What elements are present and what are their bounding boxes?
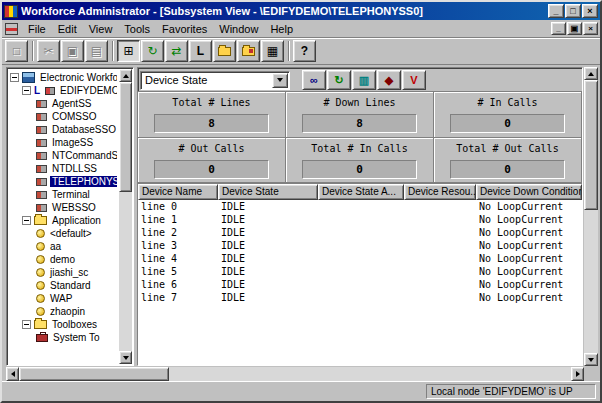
- alarm-button[interactable]: ◆: [377, 70, 401, 90]
- table-row[interactable]: line 1IDLENo LoopCurrent: [138, 213, 582, 226]
- validate-button[interactable]: V: [402, 70, 426, 90]
- tree-item-zhaopin[interactable]: zhaopin: [10, 305, 117, 318]
- column-header-device-down-condition[interactable]: Device Down Condition: [476, 184, 582, 200]
- help-button[interactable]: ?: [293, 40, 316, 62]
- tree-item-comsso[interactable]: COMSSO: [10, 110, 117, 123]
- document-icon[interactable]: [5, 23, 18, 35]
- folder-icon: [34, 216, 47, 225]
- collapse-icon[interactable]: [22, 216, 31, 225]
- menu-edit[interactable]: Edit: [52, 21, 83, 37]
- refresh-view-button[interactable]: ↻: [327, 70, 351, 90]
- new-button[interactable]: □: [5, 40, 28, 62]
- menu-tools[interactable]: Tools: [118, 21, 156, 37]
- tree-item-system-toolbox[interactable]: System To: [10, 331, 117, 344]
- folder-button[interactable]: [237, 40, 260, 62]
- tree-item-imagess[interactable]: ImageSS: [10, 136, 117, 149]
- tree-item-jiashi-sc[interactable]: jiashi_sc: [10, 266, 117, 279]
- help-icon: ?: [301, 44, 308, 58]
- minimize-button[interactable]: _: [548, 4, 564, 18]
- main-horizontal-scrollbar[interactable]: [6, 367, 584, 381]
- cut-button[interactable]: ✂: [37, 40, 60, 62]
- table-row[interactable]: line 6IDLENo LoopCurrent: [138, 278, 582, 291]
- scroll-up-button[interactable]: [584, 67, 598, 80]
- app-icon: [4, 5, 18, 18]
- menu-help[interactable]: Help: [264, 21, 299, 37]
- tree-item-application[interactable]: Application: [10, 214, 117, 227]
- find-button[interactable]: ∞: [302, 70, 326, 90]
- child-minimize-button[interactable]: _: [551, 22, 566, 35]
- table-row[interactable]: line 7IDLENo LoopCurrent: [138, 291, 582, 304]
- tree-item-toolboxes[interactable]: Toolboxes: [10, 318, 117, 331]
- menu-view[interactable]: View: [83, 21, 119, 37]
- menu-favorites[interactable]: Favorites: [156, 21, 213, 37]
- tree-item-ntcommandss[interactable]: NTCommandSS: [10, 149, 117, 162]
- scroll-track[interactable]: [119, 82, 132, 351]
- scroll-thumb[interactable]: [119, 82, 132, 192]
- tree-item-terminal[interactable]: Terminal: [10, 188, 117, 201]
- title-bar[interactable]: Workforce Administrator - [Subsystem Vie…: [2, 2, 600, 20]
- close-button[interactable]: ×: [582, 4, 598, 18]
- l-badge-icon: L: [34, 85, 43, 96]
- subsystem-icon: [36, 191, 47, 199]
- tree-item-standard[interactable]: Standard: [10, 279, 117, 292]
- collapse-icon[interactable]: [22, 86, 31, 95]
- tree-item-ntdllss[interactable]: NTDLLSS: [10, 162, 117, 175]
- child-restore-button[interactable]: ▣: [567, 22, 582, 35]
- refresh-button[interactable]: ↻: [141, 40, 164, 62]
- app-window: Workforce Administrator - [Subsystem Vie…: [0, 0, 602, 403]
- column-header-device-state-a[interactable]: Device State A...: [318, 184, 404, 200]
- scroll-down-button[interactable]: [119, 351, 132, 364]
- tree-item-aa[interactable]: aa: [10, 240, 117, 253]
- copy-button[interactable]: ▣: [61, 40, 84, 62]
- tree-item-websso[interactable]: WEBSSO: [10, 201, 117, 214]
- table-row[interactable]: line 2IDLENo LoopCurrent: [138, 226, 582, 239]
- scroll-thumb[interactable]: [19, 367, 169, 381]
- open-folder-button[interactable]: [213, 40, 236, 62]
- menu-window[interactable]: Window: [213, 21, 264, 37]
- collapse-icon[interactable]: [10, 73, 19, 82]
- main-vertical-scrollbar[interactable]: [584, 67, 598, 366]
- scroll-thumb[interactable]: [584, 80, 598, 210]
- paste-button[interactable]: ▤: [85, 40, 108, 62]
- toolbar-separator: [112, 41, 114, 61]
- sync-icon: ⇄: [171, 44, 181, 58]
- folder-icon: [34, 320, 47, 329]
- tree-item-databasesso[interactable]: DatabaseSSO: [10, 123, 117, 136]
- sync-button[interactable]: ⇄: [165, 40, 188, 62]
- tree-item-telephonyss0[interactable]: TELEPHONYSS0: [10, 175, 117, 188]
- column-header-device-resource[interactable]: Device Resou...: [404, 184, 476, 200]
- scroll-up-button[interactable]: [119, 69, 132, 82]
- tree-item-demo[interactable]: demo: [10, 253, 117, 266]
- collapse-icon[interactable]: [22, 320, 31, 329]
- scroll-left-button[interactable]: [6, 367, 19, 381]
- table-row[interactable]: line 5IDLENo LoopCurrent: [138, 265, 582, 278]
- tree-scrollbar[interactable]: [119, 69, 132, 364]
- tree-item-default[interactable]: <default>: [10, 227, 117, 240]
- tree-item-edifydemo[interactable]: L EDIFYDEMO: [10, 84, 117, 97]
- view-toolbar: ∞ ↻ ▥ ◆ V: [302, 70, 427, 90]
- grid-view-button[interactable]: ▦: [261, 40, 284, 62]
- maximize-button[interactable]: □: [565, 4, 581, 18]
- table-row[interactable]: line 0IDLENo LoopCurrent: [138, 200, 582, 213]
- column-header-device-state[interactable]: Device State: [218, 184, 318, 200]
- scrollbar-corner: [584, 367, 598, 381]
- stat-value: 0: [302, 160, 417, 179]
- tree-item-electronic-workforce[interactable]: Electronic Workfor: [10, 71, 117, 84]
- logs-button[interactable]: L: [189, 40, 212, 62]
- view-selector[interactable]: Device State: [140, 71, 290, 90]
- tree-view-button[interactable]: ⊞: [117, 40, 140, 62]
- scroll-right-button[interactable]: [571, 367, 584, 381]
- table-row[interactable]: line 4IDLENo LoopCurrent: [138, 252, 582, 265]
- scroll-track[interactable]: [584, 80, 598, 353]
- tree-item-agentss[interactable]: AgentSS: [10, 97, 117, 110]
- dropdown-button[interactable]: [272, 73, 288, 88]
- child-close-button[interactable]: ×: [583, 22, 598, 35]
- monitor-button[interactable]: ▥: [352, 70, 376, 90]
- application-icon: [36, 229, 45, 238]
- scroll-down-button[interactable]: [584, 353, 598, 366]
- menu-file[interactable]: File: [22, 21, 52, 37]
- tree-item-wap[interactable]: WAP: [10, 292, 117, 305]
- column-header-device-name[interactable]: Device Name: [138, 184, 218, 200]
- table-row[interactable]: line 3IDLENo LoopCurrent: [138, 239, 582, 252]
- scroll-track[interactable]: [19, 367, 571, 381]
